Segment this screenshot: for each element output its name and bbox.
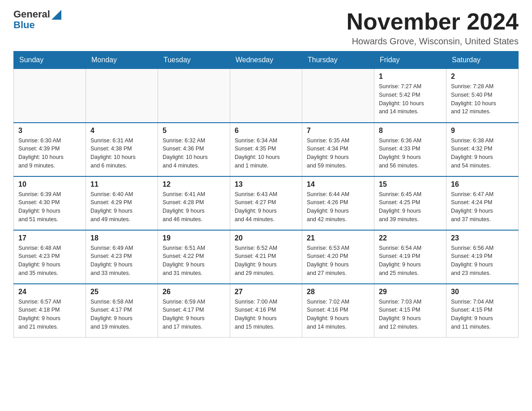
day-number: 9 <box>451 127 514 135</box>
calendar-cell: 19Sunrise: 6:51 AM Sunset: 4:22 PM Dayli… <box>158 230 230 284</box>
day-number: 18 <box>90 234 153 242</box>
weekday-header-thursday: Thursday <box>302 51 374 69</box>
calendar-cell: 27Sunrise: 7:00 AM Sunset: 4:16 PM Dayli… <box>230 284 302 338</box>
calendar-cell: 2Sunrise: 7:28 AM Sunset: 5:40 PM Daylig… <box>446 69 519 123</box>
calendar-cell: 16Sunrise: 6:47 AM Sunset: 4:24 PM Dayli… <box>446 176 519 230</box>
logo: General Blue <box>13 9 61 30</box>
day-info: Sunrise: 6:44 AM Sunset: 4:26 PM Dayligh… <box>307 190 369 224</box>
day-number: 28 <box>307 288 369 296</box>
day-info: Sunrise: 6:53 AM Sunset: 4:20 PM Dayligh… <box>307 244 369 278</box>
calendar-cell: 12Sunrise: 6:41 AM Sunset: 4:28 PM Dayli… <box>158 176 230 230</box>
day-number: 29 <box>379 288 442 296</box>
day-info: Sunrise: 7:04 AM Sunset: 4:15 PM Dayligh… <box>451 298 514 331</box>
calendar-cell: 21Sunrise: 6:53 AM Sunset: 4:20 PM Dayli… <box>302 230 374 284</box>
day-number: 23 <box>451 234 514 242</box>
location-subtitle: Howards Grove, Wisconsin, United States <box>347 36 519 47</box>
day-number: 21 <box>307 234 369 242</box>
weekday-header-tuesday: Tuesday <box>158 51 230 69</box>
day-number: 15 <box>379 180 442 188</box>
weekday-header-friday: Friday <box>374 51 446 69</box>
calendar-cell: 17Sunrise: 6:48 AM Sunset: 4:23 PM Dayli… <box>14 230 86 284</box>
page-header: General Blue November 2024 Howards Grove… <box>13 9 519 47</box>
calendar-cell <box>302 69 374 123</box>
day-info: Sunrise: 6:58 AM Sunset: 4:17 PM Dayligh… <box>90 298 153 331</box>
day-number: 5 <box>163 127 225 135</box>
calendar-cell: 3Sunrise: 6:30 AM Sunset: 4:39 PM Daylig… <box>14 123 86 176</box>
day-info: Sunrise: 6:49 AM Sunset: 4:23 PM Dayligh… <box>90 244 153 278</box>
day-info: Sunrise: 6:41 AM Sunset: 4:28 PM Dayligh… <box>163 190 225 224</box>
svg-marker-0 <box>51 10 61 20</box>
calendar-cell: 10Sunrise: 6:39 AM Sunset: 4:30 PM Dayli… <box>14 176 86 230</box>
day-info: Sunrise: 6:56 AM Sunset: 4:19 PM Dayligh… <box>451 244 514 278</box>
calendar-cell: 26Sunrise: 6:59 AM Sunset: 4:17 PM Dayli… <box>158 284 230 338</box>
weekday-header-monday: Monday <box>86 51 158 69</box>
day-info: Sunrise: 6:54 AM Sunset: 4:19 PM Dayligh… <box>379 244 442 278</box>
day-number: 8 <box>379 127 442 135</box>
calendar-table: SundayMondayTuesdayWednesdayThursdayFrid… <box>13 51 519 338</box>
day-number: 1 <box>379 73 442 81</box>
calendar-cell: 14Sunrise: 6:44 AM Sunset: 4:26 PM Dayli… <box>302 176 374 230</box>
calendar-cell: 23Sunrise: 6:56 AM Sunset: 4:19 PM Dayli… <box>446 230 519 284</box>
calendar-cell: 1Sunrise: 7:27 AM Sunset: 5:42 PM Daylig… <box>374 69 446 123</box>
day-info: Sunrise: 6:57 AM Sunset: 4:18 PM Dayligh… <box>18 298 81 331</box>
title-section: November 2024 Howards Grove, Wisconsin, … <box>347 9 519 47</box>
calendar-header-row: SundayMondayTuesdayWednesdayThursdayFrid… <box>14 51 519 69</box>
day-info: Sunrise: 6:39 AM Sunset: 4:30 PM Dayligh… <box>18 190 81 224</box>
calendar-cell: 20Sunrise: 6:52 AM Sunset: 4:21 PM Dayli… <box>230 230 302 284</box>
calendar-week-row: 10Sunrise: 6:39 AM Sunset: 4:30 PM Dayli… <box>14 176 519 230</box>
day-info: Sunrise: 6:52 AM Sunset: 4:21 PM Dayligh… <box>235 244 297 278</box>
calendar-cell <box>86 69 158 123</box>
day-info: Sunrise: 6:30 AM Sunset: 4:39 PM Dayligh… <box>18 137 81 170</box>
day-number: 24 <box>18 288 81 296</box>
day-number: 16 <box>451 180 514 188</box>
day-number: 13 <box>235 180 297 188</box>
day-info: Sunrise: 7:02 AM Sunset: 4:16 PM Dayligh… <box>307 298 369 331</box>
logo-triangle-icon <box>51 10 61 20</box>
calendar-cell: 28Sunrise: 7:02 AM Sunset: 4:16 PM Dayli… <box>302 284 374 338</box>
day-number: 25 <box>90 288 153 296</box>
calendar-cell: 5Sunrise: 6:32 AM Sunset: 4:36 PM Daylig… <box>158 123 230 176</box>
day-info: Sunrise: 7:00 AM Sunset: 4:16 PM Dayligh… <box>235 298 297 331</box>
calendar-week-row: 17Sunrise: 6:48 AM Sunset: 4:23 PM Dayli… <box>14 230 519 284</box>
calendar-cell: 8Sunrise: 6:36 AM Sunset: 4:33 PM Daylig… <box>374 123 446 176</box>
day-number: 20 <box>235 234 297 242</box>
weekday-header-sunday: Sunday <box>14 51 86 69</box>
calendar-cell <box>14 69 86 123</box>
calendar-cell: 30Sunrise: 7:04 AM Sunset: 4:15 PM Dayli… <box>446 284 519 338</box>
day-info: Sunrise: 6:48 AM Sunset: 4:23 PM Dayligh… <box>18 244 81 278</box>
day-info: Sunrise: 7:27 AM Sunset: 5:42 PM Dayligh… <box>379 82 442 116</box>
day-number: 17 <box>18 234 81 242</box>
day-info: Sunrise: 6:35 AM Sunset: 4:34 PM Dayligh… <box>307 137 369 170</box>
logo-blue-text: Blue <box>13 19 35 30</box>
calendar-cell: 29Sunrise: 7:03 AM Sunset: 4:15 PM Dayli… <box>374 284 446 338</box>
calendar-cell: 9Sunrise: 6:38 AM Sunset: 4:32 PM Daylig… <box>446 123 519 176</box>
day-number: 22 <box>379 234 442 242</box>
calendar-cell: 6Sunrise: 6:34 AM Sunset: 4:35 PM Daylig… <box>230 123 302 176</box>
day-info: Sunrise: 6:59 AM Sunset: 4:17 PM Dayligh… <box>163 298 225 331</box>
day-number: 10 <box>18 180 81 188</box>
day-number: 6 <box>235 127 297 135</box>
calendar-cell: 22Sunrise: 6:54 AM Sunset: 4:19 PM Dayli… <box>374 230 446 284</box>
day-info: Sunrise: 6:31 AM Sunset: 4:38 PM Dayligh… <box>90 137 153 170</box>
calendar-cell: 18Sunrise: 6:49 AM Sunset: 4:23 PM Dayli… <box>86 230 158 284</box>
day-info: Sunrise: 6:36 AM Sunset: 4:33 PM Dayligh… <box>379 137 442 170</box>
day-info: Sunrise: 6:40 AM Sunset: 4:29 PM Dayligh… <box>90 190 153 224</box>
calendar-cell: 24Sunrise: 6:57 AM Sunset: 4:18 PM Dayli… <box>14 284 86 338</box>
calendar-cell: 13Sunrise: 6:43 AM Sunset: 4:27 PM Dayli… <box>230 176 302 230</box>
day-number: 27 <box>235 288 297 296</box>
day-info: Sunrise: 6:45 AM Sunset: 4:25 PM Dayligh… <box>379 190 442 224</box>
day-info: Sunrise: 6:34 AM Sunset: 4:35 PM Dayligh… <box>235 137 297 170</box>
day-info: Sunrise: 7:03 AM Sunset: 4:15 PM Dayligh… <box>379 298 442 331</box>
day-info: Sunrise: 6:47 AM Sunset: 4:24 PM Dayligh… <box>451 190 514 224</box>
calendar-week-row: 1Sunrise: 7:27 AM Sunset: 5:42 PM Daylig… <box>14 69 519 123</box>
day-number: 30 <box>451 288 514 296</box>
calendar-cell: 11Sunrise: 6:40 AM Sunset: 4:29 PM Dayli… <box>86 176 158 230</box>
day-info: Sunrise: 6:32 AM Sunset: 4:36 PM Dayligh… <box>163 137 225 170</box>
calendar-cell: 4Sunrise: 6:31 AM Sunset: 4:38 PM Daylig… <box>86 123 158 176</box>
calendar-cell: 15Sunrise: 6:45 AM Sunset: 4:25 PM Dayli… <box>374 176 446 230</box>
day-number: 2 <box>451 73 514 81</box>
day-number: 7 <box>307 127 369 135</box>
logo-general-text: General <box>13 9 50 20</box>
day-number: 4 <box>90 127 153 135</box>
day-number: 14 <box>307 180 369 188</box>
